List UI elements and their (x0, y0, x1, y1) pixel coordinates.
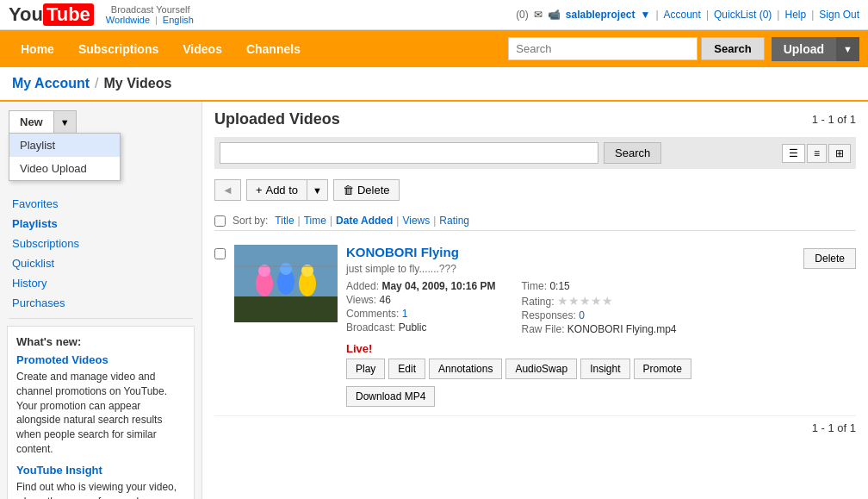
youtube-insight-link[interactable]: YouTube Insight (16, 464, 185, 477)
account-link[interactable]: Account (664, 9, 701, 21)
nav-subscriptions[interactable]: Subscriptions (66, 32, 170, 66)
view-compact-icon[interactable]: ≡ (807, 144, 827, 163)
quicklist-link[interactable]: QuickList (0) (714, 9, 772, 21)
logo-you: You (9, 3, 43, 26)
live-badge: Live! (346, 342, 795, 355)
edit-button[interactable]: Edit (388, 359, 425, 379)
video-row-checkbox[interactable] (214, 248, 226, 259)
english-link[interactable]: English (163, 15, 194, 25)
comments-meta: Comments: 1 (346, 308, 495, 320)
insight-button[interactable]: Insight (580, 359, 629, 379)
broadcast-value: Public (399, 321, 427, 334)
dropdown-playlist[interactable]: Playlist (9, 134, 120, 157)
top-bar: YouTube Broadcast Yourself Worldwide | E… (0, 0, 868, 30)
mail-icon[interactable]: ✉ (534, 9, 542, 21)
video-search-bar: Search ☰ ≡ ⊞ (214, 137, 856, 169)
logo-tube: Tube (43, 3, 94, 26)
responses-meta: Responses: 0 (521, 309, 676, 321)
sort-title-link[interactable]: Title (275, 215, 294, 227)
sign-out-link[interactable]: Sign Out (819, 9, 859, 21)
responses-link[interactable]: 0 (579, 309, 585, 321)
help-link[interactable]: Help (784, 9, 806, 21)
video-title-link[interactable]: KONOBORI Flying (346, 245, 795, 259)
promoted-description: Create and manage video and channel prom… (16, 370, 185, 457)
play-button[interactable]: Play (346, 359, 385, 379)
sidebar-subscriptions[interactable]: Subscriptions (0, 234, 202, 253)
username-link[interactable]: salableproject (566, 9, 636, 21)
video-actions: Play Edit Annotations AudioSwap Insight … (346, 359, 795, 407)
username-dropdown-icon[interactable]: ▼ (641, 9, 651, 21)
video-search-input[interactable] (220, 142, 598, 164)
sidebar-sections: Favorites Playlists Subscriptions Quickl… (0, 194, 202, 499)
pagination-top: 1 - 1 of 1 (812, 113, 856, 126)
sort-rating-link[interactable]: Rating (439, 215, 469, 227)
upload-arrow-button[interactable]: ▼ (836, 37, 859, 61)
view-icons: ☰ ≡ ⊞ (782, 144, 851, 163)
add-to-button[interactable]: + Add to (246, 179, 307, 201)
breadcrumb: My Account / My Videos (0, 67, 868, 102)
nav-links: Home Subscriptions Videos Channels (9, 32, 313, 66)
insight-description: Find out who is viewing your video, wher… (16, 480, 185, 499)
svg-point-6 (280, 263, 292, 275)
content-title: Uploaded Videos (214, 110, 340, 128)
upload-button[interactable]: Upload (772, 37, 836, 61)
svg-rect-2 (234, 296, 338, 322)
sort-by-label: Sort by: (232, 215, 268, 227)
promoted-videos-link[interactable]: Promoted Videos (16, 353, 185, 366)
sidebar-playlists[interactable]: Playlists (0, 214, 202, 234)
nav-videos[interactable]: Videos (170, 32, 234, 66)
delete-video-button[interactable]: Delete (803, 248, 856, 269)
nav-bar: Home Subscriptions Videos Channels Searc… (0, 30, 868, 67)
main-layout: New ▼ Playlist Video Upload Favorites Pl… (0, 102, 868, 499)
nav-home[interactable]: Home (9, 32, 66, 66)
add-icon: + (256, 184, 263, 196)
whats-new-title: What's new: (16, 335, 185, 348)
sort-sep-3: | (396, 215, 399, 227)
sidebar-history[interactable]: History (0, 273, 202, 293)
sort-date-link[interactable]: Date Added (336, 215, 393, 227)
new-button-area: New ▼ Playlist Video Upload (0, 102, 202, 134)
annotations-button[interactable]: Annotations (429, 359, 502, 379)
dropdown-video-upload[interactable]: Video Upload (9, 157, 120, 180)
sort-sep-4: | (433, 215, 436, 227)
download-mp4-button[interactable]: Download MP4 (346, 386, 435, 407)
worldwide-link[interactable]: Worldwide (106, 15, 150, 25)
trash-icon: 🗑 (343, 184, 354, 196)
added-meta: Added: May 04, 2009, 10:16 PM (346, 280, 495, 292)
new-button-arrow[interactable]: ▼ (54, 110, 77, 134)
delete-video-area: Delete (803, 245, 856, 269)
content-header: Uploaded Videos 1 - 1 of 1 (214, 110, 856, 128)
toolbar: ◄ + Add to ▼ 🗑 Delete (214, 176, 856, 204)
added-value: May 04, 2009, 10:16 PM (381, 280, 495, 292)
new-button[interactable]: New (9, 110, 54, 134)
view-list-icon[interactable]: ☰ (782, 144, 805, 163)
sidebar-favorites[interactable]: Favorites (0, 194, 202, 214)
select-all-checkbox[interactable] (214, 215, 226, 227)
search-input[interactable] (508, 37, 698, 60)
comments-link[interactable]: 1 (402, 308, 408, 320)
rawfile-value: KONOBORI Flying.mp4 (567, 323, 677, 335)
views-value: 46 (379, 294, 390, 306)
top-bar-left: YouTube Broadcast Yourself Worldwide | E… (9, 3, 194, 26)
top-bar-right: (0) ✉ 📹 salableproject ▼ | Account | Qui… (516, 9, 859, 21)
sidebar-quicklist[interactable]: Quicklist (0, 253, 202, 273)
delete-toolbar-button[interactable]: 🗑 Delete (333, 179, 400, 201)
audioswap-button[interactable]: AudioSwap (505, 359, 577, 379)
promote-button[interactable]: Promote (634, 359, 691, 379)
video-thumbnail[interactable] (234, 245, 338, 322)
sort-time-link[interactable]: Time (304, 215, 326, 227)
logo: YouTube (9, 3, 94, 26)
view-grid-icon[interactable]: ⊞ (828, 144, 851, 163)
video-cam-icon[interactable]: 📹 (548, 9, 561, 21)
my-account-link[interactable]: My Account (12, 76, 90, 91)
sidebar-purchases[interactable]: Purchases (0, 293, 202, 313)
add-to-arrow-button[interactable]: ▼ (307, 179, 328, 201)
views-meta: Views: 46 (346, 294, 495, 306)
back-button[interactable]: ◄ (214, 179, 241, 201)
nav-channels[interactable]: Channels (234, 32, 313, 66)
sort-views-link[interactable]: Views (402, 215, 430, 227)
search-area: Search (508, 30, 764, 67)
search-button[interactable]: Search (701, 37, 764, 60)
video-meta-left: Added: May 04, 2009, 10:16 PM Views: 46 … (346, 280, 495, 337)
video-search-button[interactable]: Search (604, 142, 661, 164)
